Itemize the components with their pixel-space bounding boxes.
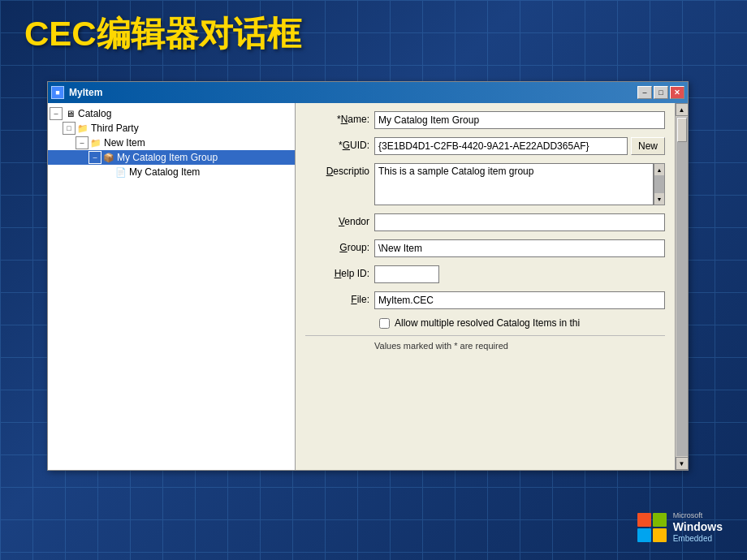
windows-text: Microsoft Windows Embedded	[673, 511, 723, 544]
group-input[interactable]	[374, 239, 665, 257]
description-label: Descriptio	[305, 163, 374, 177]
description-row: Descriptio This is a sample Catalog item…	[305, 163, 665, 205]
scroll-thumb[interactable]	[677, 118, 687, 142]
tree-item-new-item[interactable]: – 📁 New Item	[48, 136, 295, 150]
expander-new-item[interactable]: –	[76, 136, 89, 149]
icon-my-catalog-item: 📄	[114, 166, 127, 179]
group-label: Group:	[305, 239, 374, 253]
vendor-input[interactable]	[374, 213, 665, 231]
tree-item-my-catalog-item-group[interactable]: – 📦 My Catalog Item Group	[48, 150, 295, 165]
file-input[interactable]	[374, 291, 665, 309]
minimize-button[interactable]: –	[637, 86, 652, 99]
windows-sub: Embedded	[673, 534, 723, 544]
group-row: Group:	[305, 239, 665, 257]
guid-input[interactable]	[374, 137, 628, 155]
checkbox-label: Allow multiple resolved Catalog Items in…	[395, 317, 580, 329]
windows-brand: Windows	[673, 520, 723, 534]
dialog-body: – 🖥 Catalog □ 📁 Third Party – 📁 New Item	[48, 103, 688, 470]
close-button[interactable]: ✕	[670, 86, 684, 99]
microsoft-label: Microsoft	[673, 511, 723, 520]
expander-third-party[interactable]: □	[63, 122, 76, 135]
scroll-track	[676, 117, 688, 456]
tree-panel[interactable]: – 🖥 Catalog □ 📁 Third Party – 📁 New Item	[48, 103, 296, 470]
expander-catalog[interactable]: –	[50, 107, 63, 120]
guid-controls: New	[374, 137, 665, 155]
name-input[interactable]	[374, 111, 665, 129]
scroll-track	[654, 175, 664, 193]
expander-my-catalog-item-group[interactable]: –	[89, 151, 101, 164]
scroll-down-btn[interactable]: ▼	[676, 457, 689, 470]
titlebar: ■ MyItem – □ ✕	[48, 82, 688, 103]
label-my-catalog-item-group: My Catalog Item Group	[117, 152, 218, 163]
name-row: *Name:	[305, 111, 665, 129]
windows-flag-icon	[637, 513, 667, 542]
checkbox-spacer	[305, 322, 374, 325]
vendor-label: Vendor	[305, 213, 374, 227]
page-title: CEC编辑器对话框	[24, 11, 301, 57]
icon-new-item: 📁	[89, 136, 102, 149]
new-guid-button[interactable]: New	[631, 137, 665, 155]
allow-multiple-checkbox[interactable]	[379, 318, 390, 329]
form-panel: *Name: *GUID: New Descriptio	[296, 103, 675, 470]
description-scrollbar[interactable]: ▲ ▼	[654, 163, 665, 205]
label-my-catalog-item: My Catalog Item	[129, 166, 200, 178]
tree-item-third-party[interactable]: □ 📁 Third Party	[48, 121, 295, 136]
windows-logo: Microsoft Windows Embedded	[637, 511, 723, 544]
label-new-item: New Item	[104, 137, 145, 149]
scroll-down-icon[interactable]: ▼	[654, 193, 664, 205]
guid-row: *GUID: New	[305, 137, 665, 155]
titlebar-title: MyItem	[69, 87, 633, 98]
icon-third-party: 📁	[76, 122, 89, 135]
icon-catalog: 🖥	[63, 107, 76, 120]
dialog-window: ■ MyItem – □ ✕ – 🖥 Catalog □ 📁 Third Pa	[47, 81, 689, 471]
file-label: File:	[305, 291, 374, 305]
name-label: *Name:	[305, 111, 374, 125]
icon-my-catalog-item-group: 📦	[102, 151, 115, 164]
description-container: This is a sample Catalog item group ▲ ▼	[374, 163, 665, 205]
label-catalog: Catalog	[78, 108, 111, 119]
help-id-label: Help ID:	[305, 265, 374, 279]
file-row: File:	[305, 291, 665, 309]
description-textarea[interactable]: This is a sample Catalog item group	[374, 163, 654, 205]
main-scrollbar[interactable]: ▲ ▼	[675, 103, 688, 470]
label-third-party: Third Party	[91, 123, 139, 134]
vendor-row: Vendor	[305, 213, 665, 231]
scroll-up-icon[interactable]: ▲	[654, 164, 664, 175]
scroll-up-btn[interactable]: ▲	[676, 103, 689, 116]
help-id-input[interactable]	[374, 265, 439, 283]
maximize-button[interactable]: □	[654, 86, 668, 99]
tree-item-catalog[interactable]: – 🖥 Catalog	[48, 106, 295, 121]
help-id-row: Help ID:	[305, 265, 665, 283]
titlebar-buttons: – □ ✕	[637, 86, 684, 99]
guid-label: *GUID:	[305, 137, 374, 151]
tree-item-my-catalog-item[interactable]: 📄 My Catalog Item	[48, 165, 295, 179]
checkbox-row: Allow multiple resolved Catalog Items in…	[305, 317, 665, 329]
required-note: Values marked with * are required	[374, 341, 508, 351]
footer-note: Values marked with * are required	[305, 335, 665, 351]
titlebar-icon: ■	[51, 86, 64, 99]
